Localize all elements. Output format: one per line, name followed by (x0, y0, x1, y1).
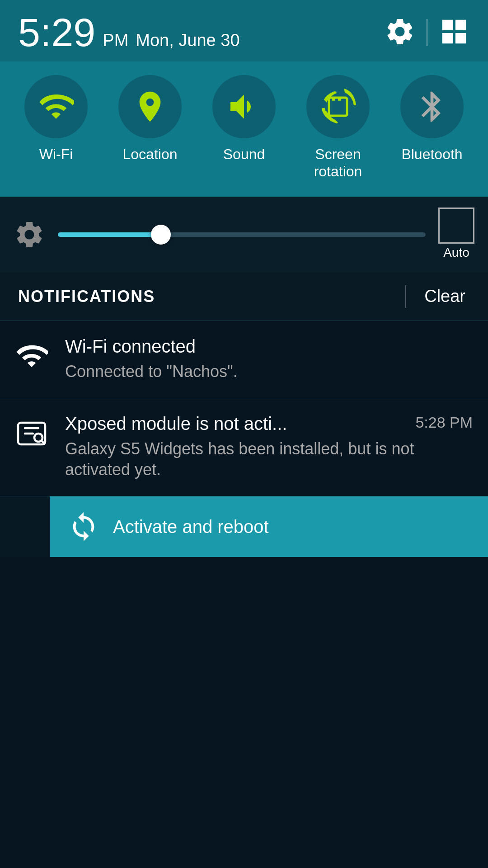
xposed-notif-title: Xposed module is not acti... (65, 414, 287, 434)
brightness-settings-icon[interactable] (14, 219, 45, 250)
header-divider (427, 19, 427, 46)
clock-time: 5:29 (18, 13, 95, 52)
clock-date: Mon, June 30 (136, 31, 239, 50)
brightness-slider[interactable] (58, 232, 426, 237)
qs-sound[interactable]: Sound (212, 75, 276, 163)
qs-screen-rotation[interactable]: Screenrotation (306, 75, 370, 180)
brightness-thumb[interactable] (151, 225, 171, 245)
qs-wifi[interactable]: Wi-Fi (24, 75, 88, 163)
wifi-notif-icon (15, 336, 52, 373)
xposed-notification: Xposed module is not acti... 5:28 PM Gal… (0, 398, 488, 557)
auto-brightness-container[interactable]: Auto (438, 208, 474, 262)
status-right (384, 16, 470, 49)
qs-wifi-label: Wi-Fi (39, 146, 73, 163)
brightness-track (58, 232, 426, 237)
notifications-title: NOTIFICATIONS (18, 287, 155, 306)
activate-reboot-label: Activate and reboot (113, 517, 269, 537)
brightness-fill (58, 232, 161, 237)
wifi-notif-title: Wi-Fi connected (65, 336, 196, 357)
notifications-header: NOTIFICATIONS Clear (0, 273, 488, 321)
qs-location-label: Location (123, 146, 178, 163)
qs-location-circle[interactable] (118, 75, 182, 138)
xposed-notif-title-row: Xposed module is not acti... 5:28 PM (65, 414, 473, 434)
xposed-notif-body: Galaxy S5 Widgets has been installed, bu… (65, 439, 473, 481)
xposed-notif-icon (15, 414, 52, 450)
wifi-notif-content: Wi-Fi connected Connected to "Nachos". (65, 336, 473, 382)
clock-ampm: PM (103, 31, 128, 50)
grid-icon[interactable] (438, 16, 470, 49)
bottom-area (0, 557, 488, 868)
status-bar: 5:29 PM Mon, June 30 (0, 0, 488, 61)
auto-brightness-checkbox[interactable] (438, 208, 474, 244)
quick-settings-panel: Wi-Fi Location Sound Screenrotation (0, 61, 488, 197)
settings-icon[interactable] (384, 16, 416, 49)
wifi-notif-title-row: Wi-Fi connected (65, 336, 473, 357)
wifi-notif-body: Connected to "Nachos". (65, 361, 473, 382)
qs-bluetooth-circle[interactable] (400, 75, 464, 138)
auto-brightness-label: Auto (443, 245, 469, 262)
activate-reboot-button[interactable]: Activate and reboot (50, 496, 488, 557)
qs-location[interactable]: Location (118, 75, 182, 163)
qs-rotation-circle[interactable] (306, 75, 370, 138)
clear-notifications-button[interactable]: Clear (420, 287, 470, 306)
qs-wifi-circle[interactable] (24, 75, 88, 138)
notif-header-divider (405, 285, 406, 308)
qs-bluetooth-label: Bluetooth (401, 146, 462, 163)
qs-rotation-label: Screenrotation (314, 146, 362, 180)
qs-bluetooth[interactable]: Bluetooth (400, 75, 464, 163)
xposed-notif-time: 5:28 PM (415, 414, 473, 431)
xposed-notif-card[interactable]: Xposed module is not acti... 5:28 PM Gal… (0, 398, 488, 497)
xposed-notif-content: Xposed module is not acti... 5:28 PM Gal… (65, 414, 473, 481)
qs-sound-circle[interactable] (212, 75, 276, 138)
reboot-icon (68, 511, 99, 542)
notif-header-right: Clear (405, 285, 470, 308)
qs-sound-label: Sound (223, 146, 265, 163)
brightness-row: Auto (0, 197, 488, 273)
wifi-notification[interactable]: Wi-Fi connected Connected to "Nachos". (0, 321, 488, 398)
status-left: 5:29 PM Mon, June 30 (18, 13, 240, 52)
